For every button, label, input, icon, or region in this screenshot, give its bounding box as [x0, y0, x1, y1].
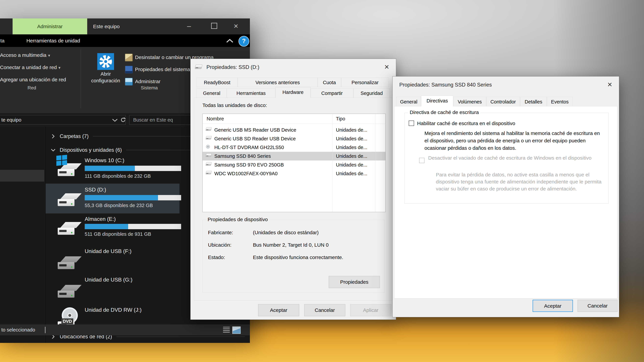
dropdown-caret-icon: ▾ [58, 66, 60, 70]
column-header-nombre[interactable]: Nombre [206, 114, 224, 124]
hardware-tab-page: Todas las unidades de disco: Nombre Tipo… [194, 98, 392, 301]
accept-button[interactable]: Aceptar [533, 300, 573, 312]
tab-hardware[interactable]: Hardware [276, 87, 310, 98]
address-path: te equipo [1, 115, 21, 124]
all-drives-label: Todas las unidades de disco: [202, 102, 267, 108]
tab-seguridad[interactable]: Seguridad [353, 88, 390, 98]
dialog-title-bar: Propiedades: SSD (D:) × [190, 59, 396, 76]
map-network-drive-button[interactable]: Conectar a unidad de red▾ [0, 64, 60, 70]
table-row-selected[interactable]: Samsung SSD 840 Series Unidades de... [202, 152, 386, 160]
table-row[interactable]: WDC WD1002FAEX-00Y9A0 Unidades de... [202, 169, 386, 178]
ribbon-tab-drive-tools[interactable]: Herramientas de unidad [19, 34, 87, 47]
apply-button[interactable]: Aplicar [350, 304, 391, 316]
status-value: Este dispositivo funciona correctamente. [253, 254, 343, 260]
tab-readyboost[interactable]: ReadyBoost [196, 78, 238, 87]
administer-icon [125, 78, 133, 86]
drive-item-almacen-e[interactable]: Almacen (E:) 511 GB disponibles de 931 G… [46, 214, 180, 242]
capacity-bar [85, 195, 181, 200]
device-type: Unidades de... [336, 152, 367, 160]
ribbon-tab-strip: ta Herramientas de unidad ? [0, 34, 250, 47]
tab-general[interactable]: General [196, 88, 227, 98]
table-row[interactable]: Generic USB MS Reader USB Device Unidade… [202, 126, 386, 134]
close-icon[interactable]: × [381, 59, 392, 76]
status-divider [45, 327, 46, 333]
status-bar: to seleccionado [0, 324, 250, 335]
enable-write-cache-label[interactable]: Habilitar caché de escritura en el dispo… [417, 120, 515, 127]
samsung-ssd-properties-dialog: Propiedades: Samsung SSD 840 Series × Ge… [392, 76, 619, 317]
disable-flush-label: Desactivar el vaciado de caché de escrit… [428, 154, 602, 162]
navigation-pane[interactable] [0, 126, 45, 343]
capacity-bar [85, 224, 181, 229]
tab-herramientas[interactable]: Herramientas [227, 88, 276, 98]
device-properties-button[interactable]: Propiedades [329, 276, 380, 288]
list-header[interactable]: Nombre Tipo [202, 114, 386, 124]
details-view-icon[interactable] [223, 327, 230, 333]
column-header-tipo[interactable]: Tipo [336, 114, 345, 124]
ribbon-tab-vista-fragment[interactable]: ta [0, 34, 4, 47]
thumbnails-view-icon[interactable] [232, 326, 241, 334]
open-settings-button[interactable]: Abrir configuración [87, 51, 124, 108]
cancel-button[interactable]: Cancelar [578, 300, 618, 312]
manufacturer-value: (Unidades de disco estándar) [253, 230, 319, 236]
enable-write-cache-checkbox[interactable] [409, 120, 414, 126]
device-name: Samsung SSD 970 EVO 250GB [214, 160, 284, 169]
tab-personalizar[interactable]: Personalizar [341, 78, 389, 87]
drive-item-windows-c[interactable]: Windows 10 (C:) 111 GB disponibles de 23… [46, 156, 180, 183]
drive-item-usb-g[interactable]: Unidad de USB (G:) [46, 272, 180, 301]
dialog-title: Propiedades: SSD (D:) [206, 59, 259, 76]
open-settings-label-1: Abrir [87, 70, 124, 77]
dropdown-caret-icon: ▾ [48, 53, 50, 58]
capacity-bar [85, 166, 181, 171]
minimize-button[interactable]: – [180, 18, 198, 34]
add-network-location-button[interactable]: Agregar una ubicación de red [0, 77, 66, 82]
chevron-right-icon [51, 134, 56, 139]
tab-cuota[interactable]: Cuota [318, 78, 341, 87]
tab-eventos[interactable]: Eventos [547, 97, 573, 106]
address-dropdown-icon[interactable] [112, 118, 118, 122]
tab-directivas[interactable]: Directivas [421, 96, 453, 106]
tab-row: General Directivas Volúmenes Controlador… [396, 96, 573, 106]
tab-row-back: ReadyBoost Versiones anteriores Cuota Pe… [196, 78, 389, 87]
table-row[interactable]: Generic USB SD Reader USB Device Unidade… [202, 134, 386, 143]
ribbon-separator [80, 50, 81, 108]
window-title: Este equipo [93, 18, 120, 34]
close-button[interactable]: × [227, 18, 245, 34]
accept-button[interactable]: Aceptar [258, 304, 299, 316]
device-type: Unidades de... [336, 126, 367, 134]
usb-drive-icon [57, 280, 82, 301]
drive-name: SSD (D:) [85, 186, 106, 193]
device-name: Generic USB SD Reader USB Device [214, 134, 296, 143]
drive-icon [195, 64, 203, 70]
media-access-button[interactable]: Acceso a multimedia▾ [0, 52, 50, 58]
drive-item-usb-f[interactable]: Unidad de USB (F:) [46, 244, 180, 272]
tab-controlador[interactable]: Controlador [486, 97, 520, 106]
system-properties-button[interactable]: Propiedades del sistema [125, 66, 190, 74]
cancel-button[interactable]: Cancelar [304, 304, 345, 316]
table-row[interactable]: Samsung SSD 970 EVO 250GB Unidades de... [202, 160, 386, 169]
maximize-button[interactable] [205, 18, 224, 34]
location-label: Ubicación: [208, 242, 232, 248]
help-icon[interactable]: ? [238, 36, 249, 46]
group-divider-line [116, 336, 245, 337]
drive-caption: 111 GB disponibles de 232 GB [85, 173, 151, 179]
tab-versiones-anteriores[interactable]: Versiones anteriores [238, 78, 318, 87]
disk-drives-list[interactable]: Nombre Tipo Generic USB MS Reader USB De… [202, 114, 386, 212]
tab-row-front: General Herramientas Hardware Compartir … [196, 87, 390, 98]
tab-general[interactable]: General [396, 97, 421, 106]
groupbox-legend: Propiedades de dispositivo [206, 217, 270, 222]
table-row[interactable]: HL-DT-ST DVDRAM GH22LS50 Unidades de... [202, 143, 386, 152]
navigation-selected-item[interactable] [0, 170, 44, 182]
close-icon[interactable]: × [604, 76, 616, 93]
address-bar[interactable]: te equipo [0, 115, 126, 125]
tab-volumenes[interactable]: Volúmenes [453, 97, 486, 106]
ribbon-collapse-chevron-icon[interactable] [226, 38, 234, 44]
drive-item-ssd-d[interactable]: SSD (D:) 55,3 GB disponibles de 232 GB [46, 184, 180, 214]
dialog-title-bar: Propiedades: Samsung SSD 840 Series × [392, 76, 619, 93]
drive-name: Unidad de DVD RW (J:) [85, 307, 142, 313]
ribbon-context-tab-administrar[interactable]: Administrar [12, 18, 87, 34]
tab-detalles[interactable]: Detalles [520, 97, 547, 106]
device-type: Unidades de... [336, 143, 367, 152]
tab-compartir[interactable]: Compartir [310, 88, 353, 98]
refresh-icon[interactable] [120, 117, 126, 123]
write-cache-policy-groupbox: Directiva de caché de escritura Habilita… [404, 113, 608, 204]
